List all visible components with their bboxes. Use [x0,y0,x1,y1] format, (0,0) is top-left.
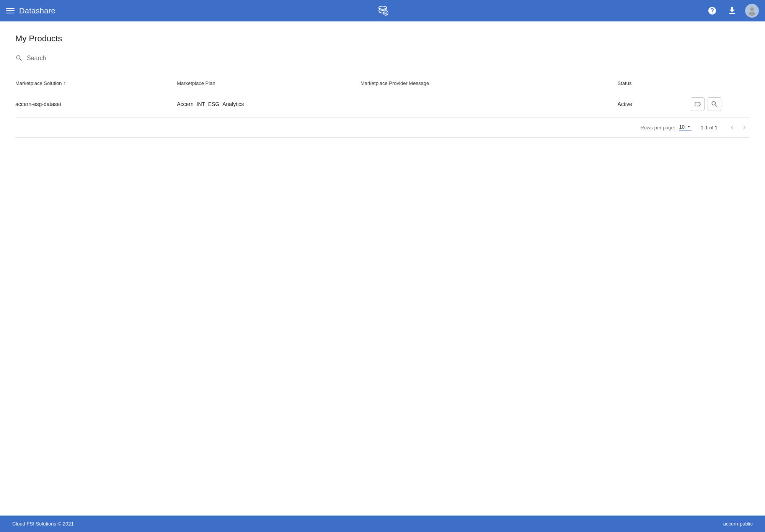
pagination-row: Rows per page: 10 1-1 of 1 [15,117,750,138]
pagination-range: 1-1 of 1 [701,125,718,131]
search-input[interactable] [27,55,750,62]
dropdown-icon [686,124,692,129]
cell-solution: accern-esg-dataset [15,91,177,117]
col-header-plan: Marketplace Plan [177,75,360,91]
rows-per-page-select[interactable]: 10 [679,124,691,131]
page-title: My Products [15,34,750,44]
next-page-button[interactable] [739,122,750,133]
col-header-message: Marketplace Provider Message [360,75,618,91]
products-table: Marketplace Solution ↑ Marketplace Plan … [15,75,750,138]
col-header-status: Status [618,75,691,91]
search-bar [15,54,750,66]
help-button[interactable] [705,4,719,18]
svg-text:%: % [384,11,387,15]
svg-point-4 [749,12,755,16]
cell-plan: Accern_INT_ESG_Analytics [177,91,360,117]
prev-page-button[interactable] [727,122,737,133]
svg-point-0 [379,6,387,9]
user-avatar[interactable] [745,4,759,18]
col-header-actions [691,75,750,91]
svg-point-3 [750,7,754,11]
footer: Cloud FSI Solutions © 2021 accern-public [0,516,765,532]
sort-asc-icon: ↑ [63,80,66,86]
cell-message [360,91,618,117]
cell-actions [691,91,750,117]
col-header-solution[interactable]: Marketplace Solution ↑ [15,75,177,91]
cell-status: Active [618,91,691,117]
menu-hamburger-icon[interactable] [6,8,15,13]
search-detail-button[interactable] [708,97,721,111]
search-icon [15,54,23,62]
main-content: My Products Marketplace Solution ↑ Marke… [0,21,765,516]
app-title: Datashare [19,7,55,15]
rows-per-page-group: Rows per page: 10 [640,124,692,131]
table-header-row: Marketplace Solution ↑ Marketplace Plan … [15,75,750,91]
export-button[interactable] [725,4,739,18]
top-navigation: Datashare % [0,0,765,21]
footer-copyright: Cloud FSI Solutions © 2021 [12,521,74,527]
rows-per-page-label: Rows per page: [640,125,675,131]
app-logo-icon: % [376,4,390,18]
subscribe-button[interactable] [691,97,705,111]
rows-per-page-value: 10 [679,124,684,130]
table-row: accern-esg-dataset Accern_INT_ESG_Analyt… [15,91,750,117]
pagination-nav [727,122,750,133]
footer-tenant: accern-public [723,521,753,527]
